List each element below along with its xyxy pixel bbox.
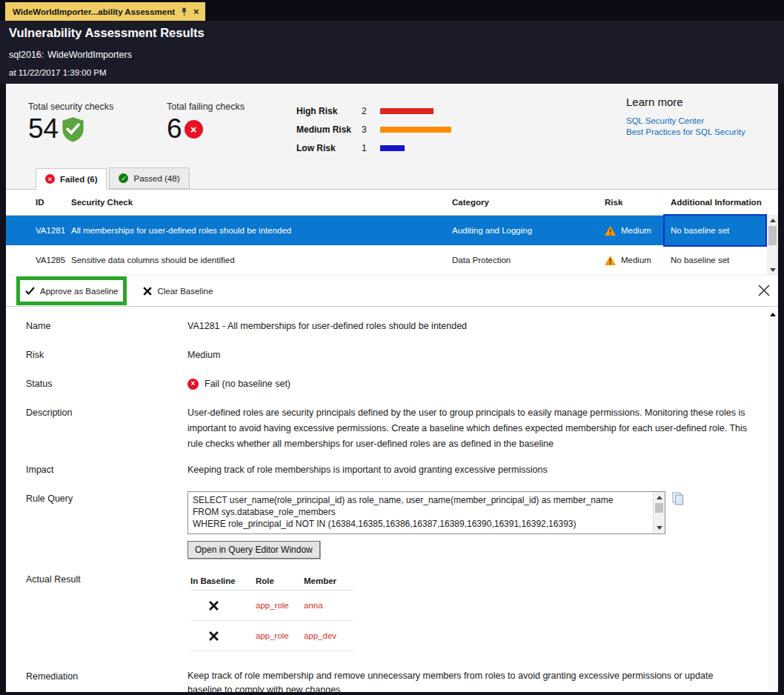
failing-checks-metric: Total failing checks 6 × — [167, 102, 245, 143]
document-tab[interactable]: WideWorldImporter...ability Assessment × — [5, 2, 205, 21]
risk-value: Medium — [187, 348, 768, 362]
cell-baseline-status[interactable]: No baseline set — [663, 214, 767, 247]
total-checks-value: 54 — [28, 115, 59, 143]
approve-as-baseline-button[interactable]: Approve as Baseline — [25, 287, 118, 296]
low-risk-bar — [380, 145, 405, 151]
learn-more-title: Learn more — [626, 96, 745, 108]
ssms-window: WideWorldImporter...ability Assessment ×… — [0, 0, 784, 695]
page-title: Vulnerability Assessment Results — [9, 26, 775, 40]
link-best-practices[interactable]: Best Practices for SQL Security — [626, 127, 745, 136]
detail-row-actual-result: Actual Result In Baseline Role Member ap… — [26, 572, 768, 651]
query-line: FROM sys.database_role_members — [193, 506, 650, 518]
risk-label: Risk — [26, 348, 187, 362]
query-line: WHERE role_principal_id NOT IN (16384,16… — [193, 518, 650, 530]
details-scroll-up-icon[interactable] — [767, 309, 778, 320]
status-text: Fail (no baseline set) — [205, 376, 290, 391]
query-scrollbar-thumb[interactable] — [655, 503, 663, 513]
medium-risk-bar — [380, 127, 451, 133]
impact-value: Keeping track of role memberships is imp… — [187, 462, 768, 477]
baseline-toolbar: Approve as Baseline Clear Baseline — [6, 276, 778, 307]
cell-id: VA1281 — [6, 226, 71, 235]
detail-row-status: Status × Fail (no baseline set) — [26, 376, 768, 391]
low-risk-row: Low Risk 1 — [296, 139, 451, 157]
cell-category: Data Protection — [452, 256, 593, 265]
document-tab-title: WideWorldImporter...ability Assessment — [13, 7, 175, 16]
column-member: Member — [304, 573, 353, 588]
description-label: Description — [26, 405, 187, 452]
cell-id: VA1285 — [6, 256, 71, 265]
warning-icon — [605, 226, 616, 236]
member-cell: anna — [304, 598, 353, 613]
open-in-query-editor-button[interactable]: Open in Query Editor Window — [187, 541, 320, 559]
tab-passed[interactable]: ✓ Passed (48) — [109, 167, 189, 189]
description-value: User-defined roles are security principa… — [187, 405, 764, 452]
cell-security-check: Sensitive data columns should be identif… — [71, 256, 452, 265]
server-line: sql2016:WideWorldImporters — [9, 50, 775, 61]
cell-risk: Medium — [593, 216, 663, 245]
grid-scrollbar[interactable] — [767, 215, 778, 276]
report-timestamp: at 11/22/2017 1:39:00 PM — [9, 67, 775, 78]
column-id: ID — [6, 198, 71, 207]
high-risk-count: 2 — [362, 106, 380, 116]
shield-check-icon — [61, 116, 85, 142]
details-scrollbar[interactable] — [768, 309, 777, 689]
column-category: Category — [452, 198, 593, 207]
result-row: app_role app_dev — [190, 621, 353, 651]
rule-query-box: SELECT user_name(role_principal_id) as r… — [187, 491, 665, 534]
rule-query-label: Rule Query — [26, 491, 187, 559]
report-body: Total security checks 54 Total failing c… — [6, 84, 778, 692]
failing-checks-value: 6 — [167, 115, 182, 143]
actual-result-header: In Baseline Role Member — [190, 572, 353, 591]
cell-baseline-status: No baseline set — [663, 245, 767, 275]
not-in-baseline-icon — [190, 631, 236, 641]
warning-icon — [605, 256, 616, 265]
cell-risk: Medium — [593, 245, 663, 275]
query-line: SELECT user_name(role_principal_id) as r… — [193, 494, 650, 506]
detail-row-impact: Impact Keeping track of role memberships… — [26, 462, 768, 477]
grid-scrollbar-thumb[interactable] — [768, 226, 777, 245]
copy-icon[interactable] — [672, 492, 684, 505]
column-risk: Risk — [593, 198, 663, 207]
risk-level-text: Medium — [621, 226, 651, 235]
risk-level-text: Medium — [621, 256, 651, 265]
query-scroll-up-icon[interactable] — [654, 492, 665, 503]
clear-button-label: Clear Baseline — [157, 287, 213, 296]
passed-tab-label: Passed (48) — [133, 174, 179, 183]
report-header: Vulnerability Assessment Results sql2016… — [0, 21, 784, 84]
remediation-label: Remediation — [26, 669, 187, 692]
document-tab-strip: WideWorldImporter...ability Assessment × — [0, 0, 784, 21]
scroll-up-icon[interactable] — [767, 215, 778, 226]
cell-security-check: All memberships for user-defined roles s… — [71, 226, 452, 235]
column-security-check: Security Check — [71, 198, 452, 207]
table-row-va1285[interactable]: VA1285 Sensitive data columns should be … — [6, 245, 778, 276]
link-sql-security-center[interactable]: SQL Security Center — [626, 116, 745, 125]
result-row: app_role anna — [190, 591, 353, 621]
medium-risk-label: Medium Risk — [296, 124, 362, 135]
close-details-icon[interactable] — [757, 284, 771, 297]
query-scroll-down-icon[interactable] — [654, 522, 665, 533]
passed-tab-icon: ✓ — [119, 173, 128, 183]
fail-circle-icon: × — [185, 120, 203, 139]
status-fail-icon: × — [187, 379, 199, 390]
detail-row-rule-query: Rule Query SELECT user_name(role_princip… — [26, 491, 768, 559]
detail-row-description: Description User-defined roles are secur… — [26, 405, 768, 452]
query-scrollbar[interactable] — [653, 492, 665, 533]
tab-close-icon[interactable]: × — [193, 7, 199, 16]
approve-button-label: Approve as Baseline — [40, 287, 118, 296]
cell-category: Auditing and Logging — [452, 226, 593, 235]
name-label: Name — [26, 319, 187, 333]
medium-risk-row: Medium Risk 3 — [296, 120, 451, 139]
pin-icon[interactable] — [181, 7, 187, 16]
total-checks-metric: Total security checks 54 — [28, 102, 113, 143]
low-risk-count: 1 — [362, 143, 380, 153]
clear-baseline-button[interactable]: Clear Baseline — [143, 287, 213, 296]
check-icon — [25, 287, 35, 295]
scroll-down-icon[interactable] — [767, 265, 778, 276]
result-tabs: × Failed (6) ✓ Passed (48) — [6, 167, 778, 190]
column-in-baseline: In Baseline — [190, 573, 256, 588]
high-risk-bar — [380, 108, 433, 114]
role-cell: app_role — [256, 628, 304, 643]
tab-failed[interactable]: × Failed (6) — [36, 168, 107, 190]
server-name: sql2016: — [9, 50, 44, 60]
table-row-va1281[interactable]: VA1281 All memberships for user-defined … — [6, 216, 778, 245]
